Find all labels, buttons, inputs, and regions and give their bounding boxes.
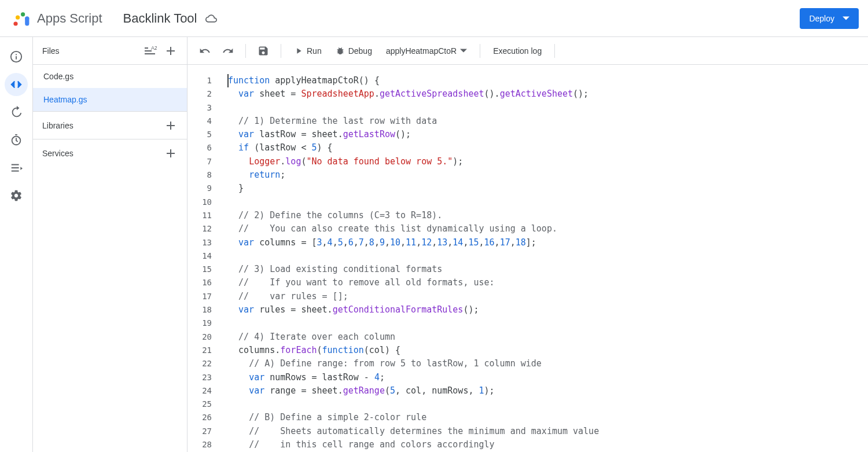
code-content[interactable]: return; bbox=[220, 168, 285, 182]
code-content[interactable]: var range = sheet.getRange(5, col, numRo… bbox=[220, 384, 495, 398]
executions-icon[interactable] bbox=[5, 156, 28, 179]
execution-log-button[interactable]: Execution log bbox=[487, 43, 547, 59]
line-number: 4 bbox=[187, 115, 220, 128]
line-number: 19 bbox=[187, 317, 220, 330]
code-content[interactable] bbox=[220, 398, 228, 411]
code-line: 15 // 3) Load existing conditional forma… bbox=[187, 263, 868, 276]
editor-toolbar: Run Debug applyHeatmapCtoR Execution log bbox=[187, 37, 868, 65]
code-line: 23 var numRows = lastRow - 4; bbox=[187, 371, 868, 384]
code-line: 18 var rules = sheet.getConditionalForma… bbox=[187, 303, 868, 317]
triggers-history-icon[interactable] bbox=[5, 101, 28, 124]
chevron-down-icon bbox=[460, 47, 467, 54]
line-number: 11 bbox=[187, 209, 220, 222]
line-number: 28 bbox=[187, 438, 220, 451]
code-content[interactable]: var sheet = SpreadsheetApp.getActiveSpre… bbox=[220, 87, 589, 101]
code-content[interactable]: // 3) Load existing conditional formats bbox=[220, 263, 442, 276]
svg-text:AZ: AZ bbox=[151, 45, 157, 51]
code-line: 14 bbox=[187, 249, 868, 263]
chevron-down-icon bbox=[843, 15, 849, 22]
code-content[interactable] bbox=[220, 249, 228, 263]
code-content[interactable]: // B) Define a simple 2-color rule bbox=[220, 411, 426, 424]
svg-rect-6 bbox=[16, 56, 17, 60]
code-line: 21 columns.forEach(function(col) { bbox=[187, 344, 868, 357]
editor-icon[interactable] bbox=[5, 73, 28, 96]
code-line: 17 // var rules = []; bbox=[187, 290, 868, 303]
editor-area: Run Debug applyHeatmapCtoR Execution log… bbox=[187, 37, 868, 452]
file-item[interactable]: Code.gs bbox=[33, 65, 187, 88]
code-content[interactable]: if (lastRow < 5) { bbox=[220, 141, 333, 155]
line-number: 5 bbox=[187, 128, 220, 141]
line-number: 9 bbox=[187, 182, 220, 195]
code-line: 24 var range = sheet.getRange(5, col, nu… bbox=[187, 384, 868, 398]
code-content[interactable]: columns.forEach(function(col) { bbox=[220, 344, 400, 357]
add-library-icon[interactable] bbox=[164, 119, 178, 133]
code-content[interactable]: Logger.log("No data found below row 5.")… bbox=[220, 155, 463, 168]
run-label: Run bbox=[307, 46, 322, 56]
code-content[interactable]: // 1) Determine the last row with data bbox=[220, 115, 437, 128]
cloud-status-icon[interactable] bbox=[205, 13, 217, 24]
code-content[interactable]: // var rules = []; bbox=[220, 290, 348, 303]
triggers-icon[interactable] bbox=[5, 128, 28, 152]
line-number: 20 bbox=[187, 330, 220, 344]
code-content[interactable]: // Sheets automatically determines the m… bbox=[220, 425, 599, 438]
add-service-icon[interactable] bbox=[164, 146, 178, 160]
services-title: Services bbox=[42, 149, 157, 158]
run-button[interactable]: Run bbox=[288, 43, 328, 59]
code-line: 19 bbox=[187, 317, 868, 330]
code-line: 25 bbox=[187, 398, 868, 411]
services-header: Services bbox=[33, 139, 187, 167]
code-content[interactable] bbox=[220, 196, 228, 209]
function-select[interactable]: applyHeatmapCtoR bbox=[380, 43, 473, 59]
file-item[interactable]: Heatmap.gs bbox=[33, 88, 187, 111]
code-content[interactable]: var numRows = lastRow - 4; bbox=[220, 371, 385, 384]
line-number: 1 bbox=[187, 74, 220, 87]
function-name: applyHeatmapCtoR bbox=[386, 46, 457, 56]
code-content[interactable] bbox=[220, 101, 228, 115]
libraries-title: Libraries bbox=[42, 121, 157, 130]
code-content[interactable]: // 2) Define the columns (C=3 to R=18). bbox=[220, 209, 442, 222]
line-number: 18 bbox=[187, 303, 220, 317]
code-content[interactable]: function applyHeatmapCtoR() { bbox=[220, 74, 380, 87]
line-number: 21 bbox=[187, 344, 220, 357]
sort-icon[interactable]: AZ bbox=[143, 44, 157, 58]
code-content[interactable]: // 4) Iterate over each column bbox=[220, 330, 395, 344]
deploy-button[interactable]: Deploy bbox=[800, 8, 859, 29]
save-icon[interactable] bbox=[253, 41, 274, 61]
undo-icon[interactable] bbox=[194, 41, 215, 61]
project-title[interactable]: Backlink Tool bbox=[123, 11, 197, 26]
line-number: 2 bbox=[187, 87, 220, 101]
code-content[interactable]: // You can also create this list dynamic… bbox=[220, 222, 557, 236]
code-line: 13 var columns = [3,4,5,6,7,8,9,10,11,12… bbox=[187, 236, 868, 249]
redo-icon[interactable] bbox=[218, 41, 238, 61]
line-number: 23 bbox=[187, 371, 220, 384]
code-content[interactable]: // in this cell range and colors accordi… bbox=[220, 438, 495, 451]
debug-button[interactable]: Debug bbox=[330, 43, 378, 59]
code-content[interactable]: var lastRow = sheet.getLastRow(); bbox=[220, 128, 411, 141]
app-header: Apps Script Backlink Tool Deploy bbox=[0, 0, 868, 37]
code-line: 16 // If you want to remove all old form… bbox=[187, 276, 868, 289]
code-content[interactable]: } bbox=[220, 182, 244, 195]
line-number: 12 bbox=[187, 222, 220, 236]
files-list: Code.gsHeatmap.gs bbox=[33, 65, 187, 111]
code-line: 11 // 2) Define the columns (C=3 to R=18… bbox=[187, 209, 868, 222]
code-line: 2 var sheet = SpreadsheetApp.getActiveSp… bbox=[187, 87, 868, 101]
add-file-icon[interactable] bbox=[164, 44, 178, 58]
line-number: 17 bbox=[187, 290, 220, 303]
settings-icon[interactable] bbox=[5, 184, 28, 207]
overview-icon[interactable] bbox=[5, 45, 28, 68]
code-line: 5 var lastRow = sheet.getLastRow(); bbox=[187, 128, 868, 141]
code-line: 20 // 4) Iterate over each column bbox=[187, 330, 868, 344]
code-editor[interactable]: 1function applyHeatmapCtoR() {2 var shee… bbox=[187, 65, 868, 452]
code-content[interactable]: // If you want to remove all old formats… bbox=[220, 276, 495, 289]
line-number: 26 bbox=[187, 411, 220, 424]
code-content[interactable]: var columns = [3,4,5,6,7,8,9,10,11,12,13… bbox=[220, 236, 536, 249]
code-content[interactable] bbox=[220, 317, 228, 330]
line-number: 25 bbox=[187, 398, 220, 411]
svg-point-2 bbox=[21, 12, 25, 16]
code-content[interactable]: var rules = sheet.getConditionalFormatRu… bbox=[220, 303, 479, 317]
line-number: 3 bbox=[187, 101, 220, 115]
code-content[interactable]: // A) Define range: from row 5 to lastRo… bbox=[220, 357, 542, 370]
left-rail bbox=[0, 37, 32, 452]
line-number: 7 bbox=[187, 155, 220, 168]
code-line: 26 // B) Define a simple 2-color rule bbox=[187, 411, 868, 424]
